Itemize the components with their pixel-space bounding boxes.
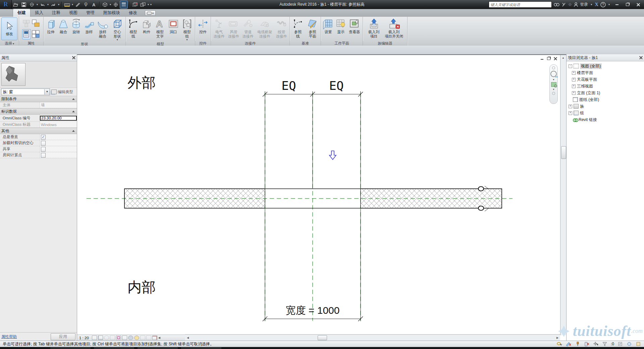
room-calc-point-checkbox[interactable] xyxy=(41,153,46,158)
property-row-omniclass-title[interactable]: OmniClass 标题 Windows xyxy=(0,122,77,128)
navbar-bottom-icon[interactable] xyxy=(552,92,555,95)
thin-lines-icon[interactable] xyxy=(120,1,127,8)
property-row-shared[interactable]: 共享 xyxy=(0,146,77,152)
panel-label-properties[interactable]: 属性 xyxy=(19,41,43,46)
undo-icon[interactable] xyxy=(39,1,46,8)
crop-view-icon[interactable] xyxy=(116,336,121,340)
editable-only-icon[interactable] xyxy=(635,342,641,346)
exclude-options-icon[interactable] xyxy=(584,342,590,346)
switch-windows-dropdown[interactable]: ▾ xyxy=(148,3,149,6)
detail-level-icon[interactable] xyxy=(92,336,97,340)
cut-voids-checkbox[interactable] xyxy=(41,141,46,146)
switch-windows-icon[interactable] xyxy=(139,1,147,8)
infocenter-search-input[interactable] xyxy=(489,1,552,8)
3d-view-dropdown[interactable]: ▾ xyxy=(110,3,111,6)
background-processes-icon[interactable] xyxy=(617,342,623,346)
family-category-button[interactable] xyxy=(22,18,31,28)
group-header-other[interactable]: 其他 xyxy=(0,128,77,134)
ribbon-display-toggle[interactable]: ▾ xyxy=(145,10,156,16)
edit-type-button[interactable]: 编辑类型 xyxy=(51,90,73,95)
eq-dimension[interactable] xyxy=(263,91,363,188)
scroll-left-icon[interactable]: ◀ xyxy=(185,335,191,340)
project-browser-close-icon[interactable] xyxy=(639,56,643,59)
property-row-always-vertical[interactable]: 总是垂直 ✓ xyxy=(0,134,77,140)
view-restore-icon[interactable] xyxy=(546,57,551,60)
exchange-apps-icon[interactable]: X xyxy=(595,2,598,7)
revolve-button[interactable]: 旋转 xyxy=(70,17,83,35)
favorites-star-icon[interactable]: ☆ xyxy=(568,2,572,7)
tag-by-category-icon[interactable]: 1 xyxy=(82,1,90,8)
type-properties-button[interactable] xyxy=(32,29,40,39)
customize-qat-icon[interactable]: ▾ xyxy=(150,3,152,6)
eq-label-left[interactable]: EQ xyxy=(281,79,296,93)
always-vertical-checkbox[interactable]: ✓ xyxy=(41,135,46,139)
search-icon[interactable] xyxy=(554,2,559,7)
reference-line-button[interactable]: 参照 线 xyxy=(291,17,305,39)
expand-expander-icon[interactable]: + xyxy=(572,84,576,88)
tree-item-elevations[interactable]: + 立面 (立面 1) xyxy=(572,90,643,96)
load-into-project-button[interactable]: 载入到 项目 xyxy=(365,17,383,39)
zoom-dropdown-icon[interactable]: ▼ xyxy=(552,88,555,91)
width-dimension-label[interactable]: 宽度 = 1000 xyxy=(286,305,340,316)
eq-label-right[interactable]: EQ xyxy=(329,79,343,93)
worksharing-display-icon[interactable] xyxy=(626,342,632,346)
tab-annotate[interactable]: 注释 xyxy=(48,9,65,17)
modify-button[interactable]: 修改 xyxy=(1,17,17,40)
pin-icon[interactable] xyxy=(575,342,581,346)
tree-item-revit-links[interactable]: Revit 链接 xyxy=(569,116,643,123)
panel-label-select[interactable]: 选择 xyxy=(0,41,19,46)
vertical-scrollbar[interactable]: ▲ ▼ xyxy=(560,55,566,335)
aligned-dimension-icon[interactable] xyxy=(74,1,82,8)
signin-dropdown[interactable]: ▾ xyxy=(591,3,592,6)
redo-icon[interactable] xyxy=(50,1,57,8)
group-header-identity[interactable]: 标识数据 xyxy=(0,108,77,115)
model-group-button[interactable]: 模型 组 xyxy=(180,17,194,42)
save-icon[interactable] xyxy=(20,1,28,8)
sync-dropdown[interactable]: ▾ xyxy=(37,3,38,6)
view-minimize-icon[interactable] xyxy=(540,57,544,60)
close-hidden-windows-icon[interactable] xyxy=(131,1,139,8)
expand-expander-icon[interactable]: + xyxy=(569,105,572,108)
properties-toggle-button[interactable] xyxy=(22,29,31,39)
horizontal-scroll-thumb[interactable] xyxy=(318,335,327,340)
tree-item-groups[interactable]: + 组 xyxy=(569,110,643,116)
load-into-project-close-button[interactable]: 载入到 项目并关闭 xyxy=(383,17,405,39)
scroll-up-icon[interactable]: ▲ xyxy=(560,55,566,60)
help-dropdown[interactable]: ▾ xyxy=(608,3,610,6)
tab-modify[interactable]: 修改 xyxy=(124,9,142,17)
tab-view[interactable]: 视图 xyxy=(65,9,82,17)
show-workplane-button[interactable]: 显示 xyxy=(335,17,347,35)
viewbar-expand-icon[interactable]: ◀ xyxy=(158,336,160,339)
tree-item-3d-views[interactable]: + 三维视图 xyxy=(572,83,643,90)
redo-dropdown[interactable]: ▾ xyxy=(58,3,59,6)
navbar-top-icon[interactable] xyxy=(552,66,555,69)
measure-icon[interactable] xyxy=(63,1,71,8)
drawing-area[interactable]: EQ EQ 宽度 = 1000 外部 内部 xyxy=(77,54,566,341)
reveal-hidden-elements-icon[interactable] xyxy=(134,336,139,340)
hide-analytical-model-icon[interactable] xyxy=(146,336,151,340)
application-menu-button[interactable]: R xyxy=(0,0,12,9)
steering-wheel-icon[interactable] xyxy=(550,71,557,77)
swept-blend-button[interactable]: 放样 融合 xyxy=(96,17,110,39)
tab-create[interactable]: 创建 xyxy=(13,9,31,17)
expand-expander-icon[interactable]: + xyxy=(572,91,576,95)
expand-expander-icon[interactable]: + xyxy=(572,78,576,81)
type-selector-dropdown[interactable]: 族: 窗 ▼ xyxy=(1,89,50,95)
panel-label-datum[interactable]: 基准 xyxy=(290,41,321,46)
restore-button[interactable] xyxy=(623,2,632,7)
text-icon[interactable]: A xyxy=(90,1,98,8)
properties-header[interactable]: 属性 xyxy=(0,54,77,61)
close-button[interactable] xyxy=(634,2,643,7)
shadows-icon[interactable] xyxy=(110,336,115,340)
properties-help-link[interactable]: 属性帮助 xyxy=(1,334,17,339)
minimize-button[interactable] xyxy=(612,2,621,7)
tree-item-families[interactable]: + 族 xyxy=(569,103,643,110)
model-text-button[interactable]: A模型 文字 xyxy=(154,17,167,39)
open-icon[interactable] xyxy=(12,1,19,8)
default-3d-view-icon[interactable] xyxy=(101,1,109,8)
interior-label[interactable]: 内部 xyxy=(127,279,156,295)
panel-label-control[interactable]: 控件 xyxy=(195,41,211,46)
shared-checkbox[interactable] xyxy=(41,147,46,152)
sync-with-central-icon[interactable] xyxy=(28,1,36,8)
exterior-label[interactable]: 外部 xyxy=(127,75,156,91)
